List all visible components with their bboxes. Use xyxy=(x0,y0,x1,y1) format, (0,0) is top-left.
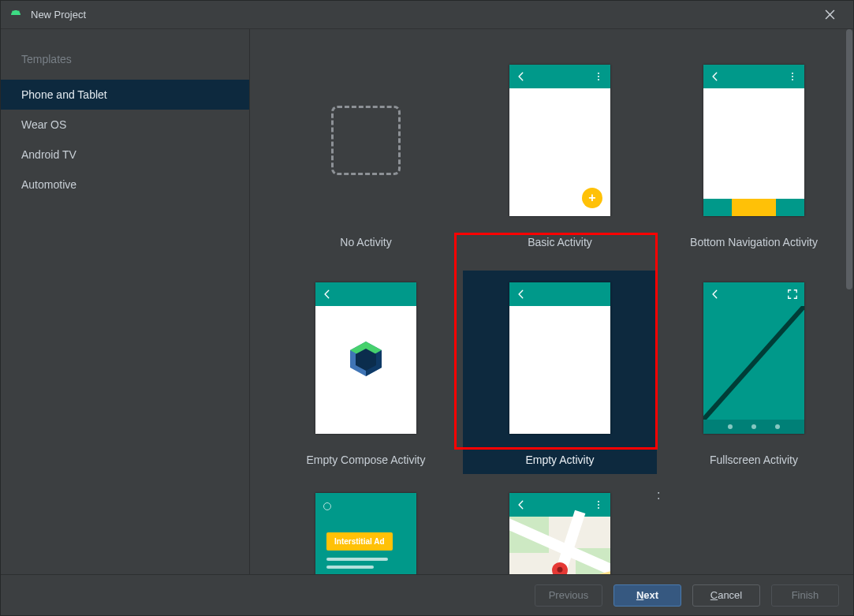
template-bottom-navigation[interactable]: Bottom Navigation Activity xyxy=(657,53,845,256)
template-no-activity[interactable]: No Activity xyxy=(269,53,463,256)
svg-point-7 xyxy=(792,79,793,80)
svg-line-12 xyxy=(703,306,804,420)
main-area: Templates Phone and Tablet Wear OS Andro… xyxy=(1,29,853,574)
no-activity-placeholder-icon xyxy=(331,106,401,175)
overflow-menu-icon xyxy=(593,71,604,82)
back-arrow-icon xyxy=(710,71,721,82)
back-arrow-icon xyxy=(710,289,721,300)
template-gallery: No Activity + Basic Activity xyxy=(250,29,853,574)
template-fullscreen[interactable]: Fullscreen Activity xyxy=(657,271,845,474)
template-google-maps[interactable] xyxy=(463,488,657,574)
interstitial-chip: Interstitial Ad xyxy=(326,532,393,551)
window-title: New Project xyxy=(31,9,814,21)
jetpack-compose-icon xyxy=(346,339,386,379)
back-arrow-icon xyxy=(516,499,527,510)
template-label: Empty Compose Activity xyxy=(269,446,463,474)
sidebar-item-phone-tablet[interactable]: Phone and Tablet xyxy=(1,80,249,110)
sidebar-item-android-tv[interactable]: Android TV xyxy=(1,140,249,170)
svg-point-3 xyxy=(598,76,599,77)
overflow-menu-icon xyxy=(787,71,798,82)
gallery-scrollbar[interactable] xyxy=(845,29,853,574)
thumb-basic-activity: + xyxy=(509,65,610,216)
template-basic-activity[interactable]: + Basic Activity xyxy=(463,53,657,256)
titlebar: New Project xyxy=(1,1,853,29)
cancel-button[interactable]: Cancel xyxy=(692,584,760,607)
template-empty-activity[interactable]: Empty Activity xyxy=(463,271,657,474)
sidebar-item-automotive[interactable]: Automotive xyxy=(1,170,249,200)
close-button[interactable] xyxy=(814,3,845,27)
fab-icon: + xyxy=(582,188,602,208)
thumb-bottom-nav xyxy=(703,65,804,216)
svg-point-6 xyxy=(792,76,793,77)
svg-point-4 xyxy=(598,79,599,80)
status-dot-icon xyxy=(323,502,331,510)
back-arrow-icon xyxy=(516,289,527,300)
previous-button[interactable]: Previous xyxy=(535,584,602,607)
svg-point-5 xyxy=(792,73,793,74)
thumb-empty-compose xyxy=(315,282,416,434)
svg-point-15 xyxy=(598,507,599,509)
template-label: Empty Activity xyxy=(463,446,657,474)
template-label: Bottom Navigation Activity xyxy=(657,228,845,256)
finish-button[interactable]: Finish xyxy=(771,584,839,607)
thumb-maps xyxy=(509,493,610,574)
scrollbar-thumb[interactable] xyxy=(846,29,852,289)
svg-point-16 xyxy=(557,567,562,573)
svg-point-2 xyxy=(598,73,599,74)
back-arrow-icon xyxy=(516,71,527,82)
template-label: Fullscreen Activity xyxy=(657,446,845,474)
android-logo-icon xyxy=(9,8,23,22)
sidebar-item-wear-os[interactable]: Wear OS xyxy=(1,110,249,140)
template-label: No Activity xyxy=(269,228,463,256)
overflow-menu-icon xyxy=(593,499,604,510)
fullscreen-icon xyxy=(787,289,798,300)
thumb-fullscreen xyxy=(703,282,804,434)
back-arrow-icon xyxy=(322,289,333,300)
wizard-footer: Previous Next Cancel Finish xyxy=(1,574,853,615)
sidebar-header: Templates xyxy=(1,45,249,80)
map-pin-icon xyxy=(552,562,568,574)
template-label: Basic Activity xyxy=(463,228,657,256)
template-empty-compose[interactable]: Empty Compose Activity xyxy=(269,271,463,474)
sidebar: Templates Phone and Tablet Wear OS Andro… xyxy=(1,29,250,574)
next-button[interactable]: Next xyxy=(613,584,681,607)
svg-point-13 xyxy=(598,501,599,502)
template-interstitial-ad[interactable]: Interstitial Ad xyxy=(269,488,463,574)
svg-point-14 xyxy=(598,504,599,506)
thumb-empty-activity xyxy=(509,282,610,434)
thumb-interstitial: Interstitial Ad xyxy=(315,493,416,574)
